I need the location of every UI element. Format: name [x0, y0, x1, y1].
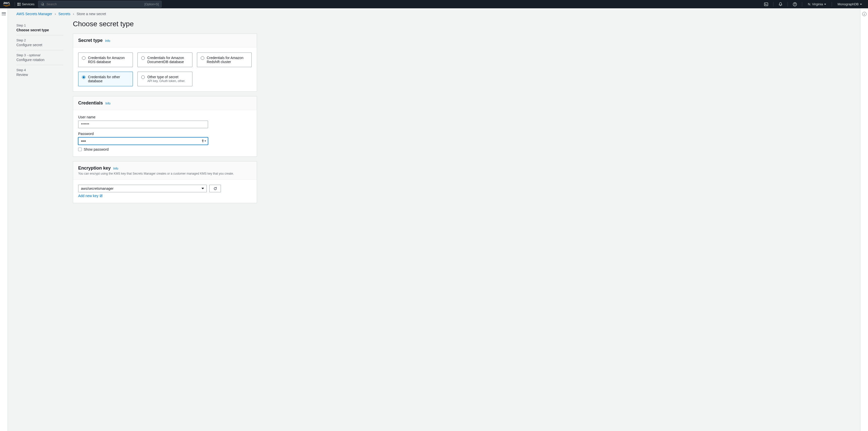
username-label: User name	[78, 115, 252, 119]
top-nav: Services [Option+S] N. Virginia Monograp…	[0, 0, 868, 8]
search-input[interactable]	[46, 2, 145, 6]
password-key-dropdown[interactable]	[202, 140, 206, 143]
notifications-icon[interactable]	[776, 0, 785, 8]
divider	[832, 2, 832, 6]
username-input[interactable]	[78, 121, 208, 128]
show-password-label: Show password	[84, 147, 109, 151]
tile-rds[interactable]: Credentials for Amazon RDS database	[78, 53, 133, 67]
key-icon	[202, 140, 204, 143]
add-new-key-link[interactable]: Add new key	[78, 194, 103, 198]
secret-type-heading: Secret type	[78, 38, 103, 43]
step-1[interactable]: Step 1 Choose secret type	[17, 21, 63, 35]
refresh-button[interactable]	[209, 185, 221, 192]
secret-type-info-link[interactable]: Info	[105, 39, 110, 42]
radio-icon	[82, 56, 86, 60]
page-title: Choose secret type	[73, 20, 257, 28]
breadcrumb-secrets[interactable]: Secrets	[59, 12, 70, 16]
encryption-key-select[interactable]: aws/secretsmanager	[78, 185, 207, 192]
secret-type-panel: Secret type Info Credentials for Amazon …	[73, 34, 257, 92]
encryption-subtitle: You can encrypt using the KMS key that S…	[78, 172, 252, 175]
breadcrumb-service[interactable]: AWS Secrets Manager	[17, 12, 52, 16]
refresh-icon	[213, 187, 217, 191]
password-label: Password	[78, 132, 252, 136]
divider	[802, 2, 802, 6]
radio-icon	[141, 56, 145, 60]
caret-down-icon	[824, 4, 826, 5]
divider	[787, 2, 788, 6]
step-3[interactable]: Step 3 - optional Configure rotation	[17, 50, 63, 65]
credentials-panel: Credentials Info User name Password	[73, 96, 257, 157]
radio-icon	[201, 56, 204, 60]
right-rail: i	[860, 8, 868, 431]
account-selector[interactable]: MonographDB	[834, 0, 865, 8]
step-4[interactable]: Step 4 Review	[17, 65, 63, 80]
hamburger-icon[interactable]	[2, 12, 6, 16]
cloudshell-icon[interactable]	[762, 0, 771, 8]
help-icon[interactable]	[790, 0, 799, 8]
info-panel-toggle[interactable]: i	[862, 12, 867, 16]
step-2[interactable]: Step 2 Configure secret	[17, 35, 63, 50]
search-box[interactable]: [Option+S]	[38, 1, 162, 7]
breadcrumb-current: Store a new secret	[77, 12, 106, 16]
caret-down-icon	[860, 4, 862, 5]
tile-other-database[interactable]: Credentials for other database	[78, 72, 133, 86]
breadcrumb: AWS Secrets Manager › Secrets › Store a …	[17, 12, 852, 16]
chevron-right-icon: ›	[73, 12, 74, 16]
show-password-checkbox[interactable]	[78, 148, 82, 151]
svg-point-2	[202, 140, 203, 141]
encryption-info-link[interactable]: Info	[113, 167, 118, 170]
search-icon	[41, 2, 44, 6]
divider	[14, 2, 15, 6]
caret-down-icon	[202, 188, 204, 189]
grid-icon	[18, 3, 21, 6]
credentials-heading: Credentials	[78, 100, 103, 106]
tile-documentdb[interactable]: Credentials for Amazon DocumentDB databa…	[137, 53, 192, 67]
encryption-key-panel: Encryption key Info You can encrypt usin…	[73, 161, 257, 203]
wizard-steps: Step 1 Choose secret type Step 2 Configu…	[17, 18, 63, 208]
services-label: Services	[22, 2, 35, 6]
search-shortcut: [Option+S]	[145, 2, 159, 6]
left-rail	[0, 8, 8, 431]
tile-redshift[interactable]: Credentials for Amazon Redshift cluster	[197, 53, 252, 67]
services-menu[interactable]: Services	[18, 2, 35, 6]
aws-logo[interactable]	[3, 2, 10, 6]
tile-other-secret[interactable]: Other type of secret API key, OAuth toke…	[137, 72, 192, 86]
region-selector[interactable]: N. Virginia	[805, 0, 829, 8]
radio-icon	[82, 76, 86, 79]
radio-icon	[141, 76, 145, 79]
external-link-icon	[100, 194, 103, 197]
chevron-right-icon: ›	[55, 12, 56, 16]
password-input[interactable]	[78, 137, 208, 145]
caret-down-icon	[205, 141, 206, 142]
encryption-heading: Encryption key	[78, 166, 111, 171]
credentials-info-link[interactable]: Info	[105, 102, 111, 105]
